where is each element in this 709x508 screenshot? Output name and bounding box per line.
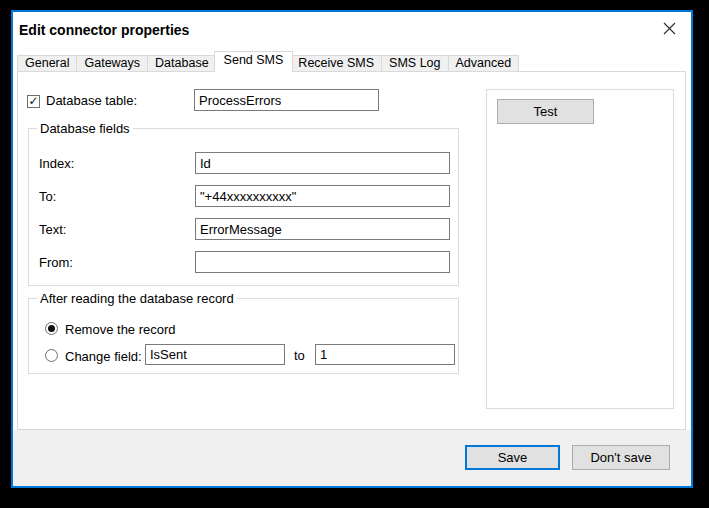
remove-record-radio[interactable] xyxy=(45,322,58,335)
index-label: Index: xyxy=(39,156,74,171)
to-input[interactable] xyxy=(195,185,450,207)
change-field-name-input[interactable] xyxy=(145,344,285,365)
dont-save-button[interactable]: Don't save xyxy=(572,445,670,470)
change-field-label: Change field: xyxy=(65,349,142,364)
database-table-checkbox[interactable]: ✓ xyxy=(27,95,40,108)
index-input[interactable] xyxy=(195,152,450,174)
database-fields-group: Database fields Index: To: Text: From: xyxy=(28,128,459,286)
tab-strip: General Gateways Database Send SMS Recei… xyxy=(17,51,518,72)
change-field-radio[interactable] xyxy=(45,349,58,362)
database-table-label: Database table: xyxy=(46,93,137,108)
tab-database[interactable]: Database xyxy=(147,55,217,72)
title-bar: Edit connector properties xyxy=(13,12,691,50)
tab-general[interactable]: General xyxy=(17,55,77,72)
desktop-background: { "window": { "title": "Edit connector p… xyxy=(0,0,709,508)
database-table-input[interactable] xyxy=(194,89,379,111)
text-input[interactable] xyxy=(195,218,450,240)
tab-advanced[interactable]: Advanced xyxy=(448,55,520,72)
change-field-value-input[interactable] xyxy=(315,344,455,365)
after-reading-group: After reading the database record Remove… xyxy=(28,298,459,374)
send-sms-tab-page: ✓ Database table: Database fields Index:… xyxy=(17,71,686,430)
database-fields-group-title: Database fields xyxy=(37,121,133,136)
remove-record-label: Remove the record xyxy=(65,322,176,337)
close-button[interactable] xyxy=(654,17,684,43)
from-input[interactable] xyxy=(195,251,450,273)
tab-sms-log[interactable]: SMS Log xyxy=(381,55,448,72)
close-icon xyxy=(663,22,676,38)
test-panel: Test xyxy=(486,89,674,409)
tab-receive-sms[interactable]: Receive SMS xyxy=(290,55,382,72)
save-button[interactable]: Save xyxy=(465,445,560,470)
from-label: From: xyxy=(39,255,73,270)
window-title: Edit connector properties xyxy=(19,22,189,38)
tab-send-sms[interactable]: Send SMS xyxy=(214,51,294,72)
dialog-window: Edit connector properties General Gatewa… xyxy=(11,10,693,488)
to-word-label: to xyxy=(294,348,305,363)
after-reading-group-title: After reading the database record xyxy=(37,291,237,306)
test-button[interactable]: Test xyxy=(497,99,594,124)
tab-gateways[interactable]: Gateways xyxy=(76,55,148,72)
text-label: Text: xyxy=(39,222,66,237)
to-label: To: xyxy=(39,189,56,204)
